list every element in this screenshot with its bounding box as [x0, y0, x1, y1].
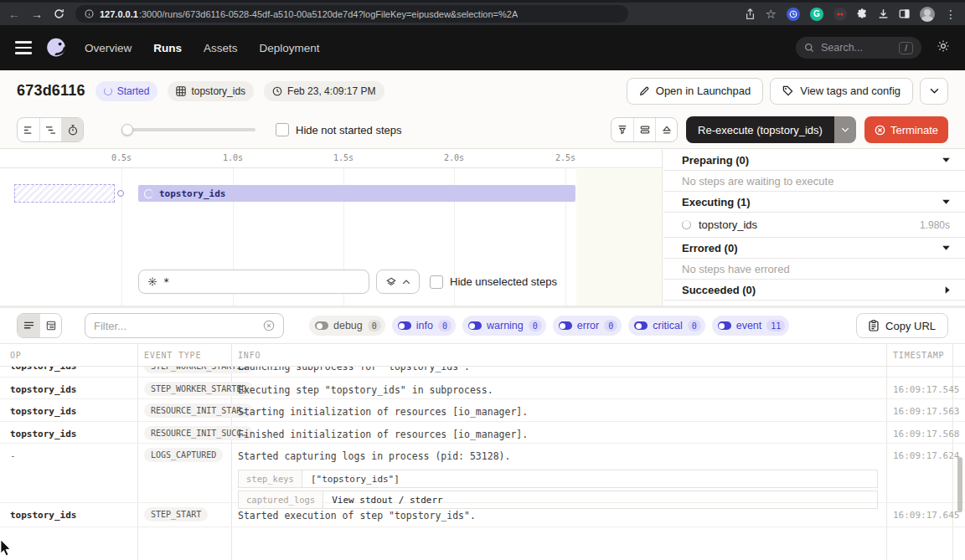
- gantt-scroll-segmented: [611, 117, 678, 142]
- hide-unselected-label[interactable]: Hide unselected steps: [450, 275, 557, 288]
- extension-grammarly-icon[interactable]: G: [810, 8, 823, 21]
- level-chip-debug[interactable]: debug0: [309, 316, 385, 336]
- op-selection-icon: [147, 276, 157, 287]
- rows-icon[interactable]: [633, 118, 655, 141]
- event-type-badge: STEP_WORKER_STARTED: [144, 382, 253, 396]
- toggle-icon: [468, 321, 482, 330]
- slider-knob[interactable]: [121, 124, 133, 136]
- waterfall-mode-button[interactable]: [39, 118, 61, 141]
- header-more-button[interactable]: [920, 78, 948, 105]
- search-icon: [804, 43, 814, 53]
- chevron-down-icon: [930, 88, 939, 94]
- axis-tick: 2.0s: [444, 153, 464, 162]
- section-executing[interactable]: Executing (1): [663, 192, 965, 213]
- level-chip-event[interactable]: event11: [712, 316, 790, 336]
- op-selection-input[interactable]: [163, 276, 360, 288]
- op-cell: topstory_ids: [10, 406, 76, 417]
- dagster-navbar: Overview Runs Assets Deployment Search..…: [0, 25, 965, 70]
- settings-gear-icon[interactable]: [937, 39, 950, 56]
- timestamp-cell: 16:09:17.624: [893, 450, 959, 461]
- log-row[interactable]: topstory_ids RESOURCE_INIT_STAR… Startin…: [0, 399, 965, 422]
- downloads-icon[interactable]: [878, 8, 889, 19]
- log-row[interactable]: topstory_ids RESOURCE_INIT_SUCC… Finishe…: [0, 422, 965, 444]
- flat-list-mode-button[interactable]: [18, 118, 39, 141]
- log-filter-input[interactable]: [94, 320, 258, 332]
- hide-unselected-checkbox[interactable]: [430, 275, 443, 289]
- view-tags-config-button[interactable]: View tags and config: [770, 78, 913, 105]
- errored-empty-text: No steps have errored: [663, 259, 965, 280]
- timing-mode-button[interactable]: [61, 118, 83, 141]
- global-search[interactable]: Search... /: [796, 37, 921, 59]
- url-bar[interactable]: 127.0.0.1:3000/runs/673d6116-0528-45df-a…: [75, 5, 628, 23]
- site-info-icon[interactable]: [85, 9, 94, 18]
- step-status-panel: Preparing (0) No steps are waiting to ex…: [663, 150, 965, 306]
- browser-reload-icon[interactable]: [54, 8, 65, 19]
- hide-not-started-label[interactable]: Hide not started steps: [296, 124, 401, 136]
- axis-tick: 0.5s: [111, 153, 132, 162]
- nav-assets[interactable]: Assets: [204, 42, 238, 54]
- browser-forward-icon[interactable]: →: [31, 8, 43, 20]
- copy-url-button[interactable]: Copy URL: [856, 313, 948, 338]
- clear-filter-icon[interactable]: [263, 320, 275, 331]
- event-type-badge: STEP_WORKER_STARTI…: [144, 367, 253, 373]
- gantt-connector-dot: [117, 190, 124, 197]
- level-chip-warning[interactable]: warning0: [462, 316, 546, 336]
- event-type-badge: LOGS_CAPTURED: [144, 448, 223, 462]
- log-row-logs-captured[interactable]: - LOGS_CAPTURED Started capturing logs i…: [0, 444, 965, 503]
- executing-step-row[interactable]: topstory_ids 1.980s: [663, 213, 965, 238]
- browser-profile-avatar[interactable]: [920, 7, 935, 22]
- browser-back-icon[interactable]: ←: [8, 8, 20, 20]
- terminate-button[interactable]: Terminate: [864, 116, 948, 143]
- log-row[interactable]: topstory_ids STEP_WORKER_STARTED Executi…: [0, 378, 965, 399]
- run-id: 673d6116: [17, 82, 85, 100]
- hamburger-menu-icon[interactable]: [15, 41, 32, 54]
- toggle-icon: [315, 321, 328, 330]
- info-cell: Started capturing logs in process (pid: …: [238, 450, 510, 462]
- extensions-puzzle-icon[interactable]: [857, 8, 868, 19]
- gantt-step-bar[interactable]: topstory_ids: [138, 185, 575, 202]
- filter-funnel-icon[interactable]: [612, 118, 633, 141]
- unstructured-log-view-button[interactable]: [18, 314, 39, 337]
- mouse-cursor: [0, 540, 13, 560]
- op-cell: topstory_ids: [10, 429, 76, 439]
- job-tag[interactable]: topstory_ids: [168, 81, 254, 101]
- nav-runs[interactable]: Runs: [153, 42, 182, 54]
- open-in-launchpad-button[interactable]: Open in Launchpad: [627, 78, 763, 105]
- hide-not-started-checkbox[interactable]: [276, 123, 289, 136]
- meta-key: step_keys: [239, 470, 302, 487]
- nav-deployment[interactable]: Deployment: [260, 42, 320, 54]
- extension-skull-icon[interactable]: [833, 8, 847, 21]
- selection-zoom-button[interactable]: [376, 270, 420, 294]
- log-table-header: OP EVENT TYPE INFO TIMESTAMP: [0, 344, 965, 367]
- caret-right-icon: [945, 286, 950, 294]
- reexecute-dropdown-button[interactable]: [834, 116, 856, 143]
- share-icon[interactable]: [745, 8, 756, 20]
- log-scrollbar-thumb[interactable]: [957, 457, 962, 512]
- bookmark-star-icon[interactable]: ☆: [766, 8, 777, 20]
- chevron-up-icon: [402, 280, 410, 285]
- reexecute-button[interactable]: Re-execute (topstory_ids): [686, 116, 834, 143]
- section-succeeded[interactable]: Succeeded (0): [663, 280, 965, 301]
- section-preparing[interactable]: Preparing (0): [663, 150, 965, 171]
- sidebar-toggle-icon[interactable]: [899, 8, 910, 19]
- nav-overview[interactable]: Overview: [85, 42, 132, 54]
- tag-icon: [782, 85, 793, 96]
- step-name: topstory_ids: [699, 218, 757, 231]
- eject-icon[interactable]: [655, 118, 677, 141]
- log-row-partial[interactable]: topstory_ids STEP_WORKER_STARTI… Launchi…: [0, 367, 965, 378]
- gantt-chart: 0.5s 1.0s 1.5s 2.0s 2.5s topstory_ids Hi…: [0, 150, 663, 306]
- extension-clock-icon[interactable]: [787, 8, 800, 21]
- caret-down-icon: [942, 157, 950, 162]
- level-chip-error[interactable]: error0: [553, 316, 622, 336]
- gantt-zoom-slider[interactable]: [121, 124, 255, 136]
- structured-log-view-button[interactable]: [39, 314, 61, 337]
- dagster-logo[interactable]: [45, 37, 68, 59]
- gantt-toolbar: Hide not started steps Re-execute (topst…: [0, 111, 965, 149]
- log-row[interactable]: topstory_ids STEP_START Started executio…: [0, 503, 965, 527]
- circle-x-icon: [875, 125, 885, 136]
- level-chip-critical[interactable]: critical0: [628, 316, 704, 336]
- browser-menu-icon[interactable]: ⋮: [945, 8, 957, 20]
- section-errored[interactable]: Errored (0): [663, 238, 965, 259]
- url-host: 127.0.0.1: [100, 9, 138, 19]
- level-chip-info[interactable]: info0: [392, 316, 456, 336]
